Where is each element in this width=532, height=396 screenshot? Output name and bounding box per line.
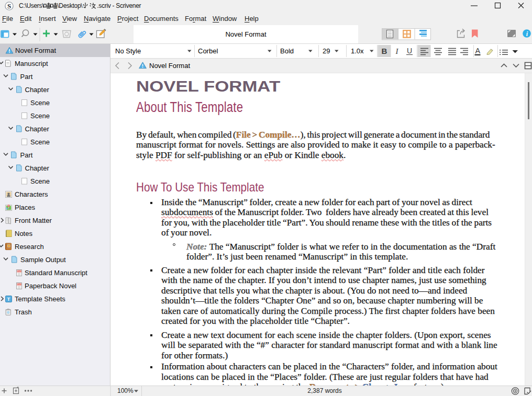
svg-text:S: S [7, 2, 11, 10]
svg-text:i: i [526, 30, 528, 38]
svg-text:U: U [407, 47, 412, 55]
svg-text:I: I [395, 47, 399, 55]
svg-text:B: B [382, 47, 387, 55]
svg-text:A: A [475, 47, 481, 55]
